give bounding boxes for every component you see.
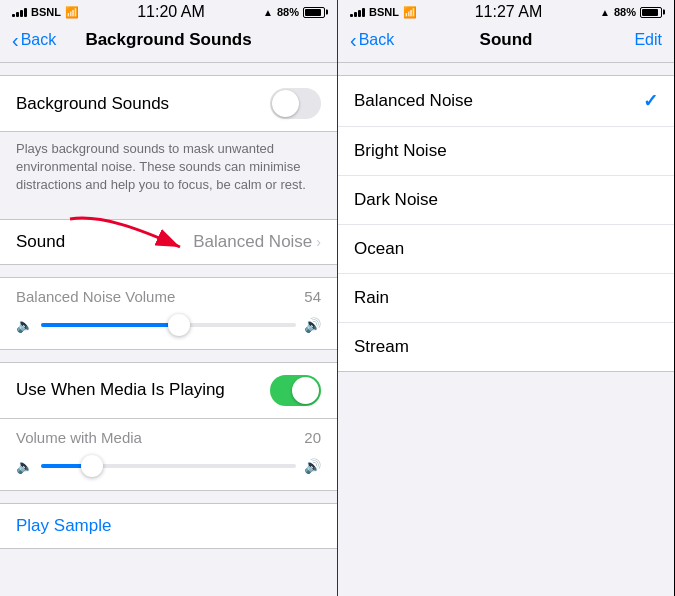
media-volume-thumb[interactable] bbox=[81, 455, 103, 477]
sound-value: Balanced Noise › bbox=[193, 232, 321, 252]
back-button-1[interactable]: ‹ Back bbox=[12, 29, 56, 52]
media-playing-section: Use When Media Is Playing bbox=[0, 362, 337, 419]
page-title-2: Sound bbox=[480, 30, 533, 50]
bg-sounds-section: Background Sounds bbox=[0, 75, 337, 132]
bg-sounds-toggle-thumb bbox=[272, 90, 299, 117]
edit-button[interactable]: Edit bbox=[634, 31, 662, 49]
signal-bar-4 bbox=[24, 8, 27, 17]
battery-icon-2 bbox=[640, 7, 662, 18]
sound-item-dark-noise[interactable]: Dark Noise bbox=[338, 176, 674, 225]
status-right-2: ▲ 88% bbox=[600, 6, 662, 18]
sound-list-section: Balanced Noise ✓ Bright Noise Dark Noise… bbox=[338, 75, 674, 372]
sound-item-ocean[interactable]: Ocean bbox=[338, 225, 674, 274]
battery-icon-1 bbox=[303, 7, 325, 18]
media-volume-section: Volume with Media 20 🔈 🔊 bbox=[0, 419, 337, 491]
status-right-1: ▲ 88% bbox=[263, 6, 325, 18]
status-left-1: BSNL 📶 bbox=[12, 6, 79, 19]
back-label-1: Back bbox=[21, 31, 57, 49]
time-1: 11:20 AM bbox=[137, 3, 205, 21]
nav-bar-2: ‹ Back Sound Edit bbox=[338, 22, 674, 62]
sound-item-stream[interactable]: Stream bbox=[338, 323, 674, 371]
sound-name-balanced: Balanced Noise bbox=[354, 91, 473, 111]
sound-name-ocean: Ocean bbox=[354, 239, 404, 259]
location-icon-1: ▲ bbox=[263, 7, 273, 18]
bg-sounds-toggle[interactable] bbox=[270, 88, 321, 119]
media-volume-slider-row: 🔈 🔊 bbox=[16, 454, 321, 478]
noise-volume-thumb[interactable] bbox=[168, 314, 190, 336]
time-2: 11:27 AM bbox=[475, 3, 543, 21]
media-volume-label: Volume with Media bbox=[16, 429, 142, 446]
description-text: Plays background sounds to mask unwanted… bbox=[0, 132, 337, 207]
signal-bar-3 bbox=[20, 10, 23, 17]
signal-bar-2-1 bbox=[350, 14, 353, 17]
location-icon-2: ▲ bbox=[600, 7, 610, 18]
bg-sounds-label: Background Sounds bbox=[16, 94, 169, 114]
back-chevron-1: ‹ bbox=[12, 29, 19, 52]
screen-sound-selection: BSNL 📶 11:27 AM ▲ 88% ‹ Back Sound Edit … bbox=[337, 0, 674, 596]
content-1: Background Sounds Plays background sound… bbox=[0, 63, 337, 596]
battery-fill-2 bbox=[642, 9, 658, 16]
battery-percent-2: 88% bbox=[614, 6, 636, 18]
signal-bar-1 bbox=[12, 14, 15, 17]
carrier-1: BSNL bbox=[31, 6, 61, 18]
sound-item-balanced-noise[interactable]: Balanced Noise ✓ bbox=[338, 76, 674, 127]
back-button-2[interactable]: ‹ Back bbox=[350, 29, 394, 52]
media-playing-label: Use When Media Is Playing bbox=[16, 380, 225, 400]
battery-percent-1: 88% bbox=[277, 6, 299, 18]
signal-bars-1 bbox=[12, 7, 27, 17]
status-bar-2: BSNL 📶 11:27 AM ▲ 88% bbox=[338, 0, 674, 22]
page-title-1: Background Sounds bbox=[85, 30, 251, 50]
signal-bar-2-4 bbox=[362, 8, 365, 17]
sound-current: Balanced Noise bbox=[193, 232, 312, 252]
noise-volume-slider[interactable] bbox=[41, 313, 296, 337]
noise-volume-section: Balanced Noise Volume 54 🔈 🔊 bbox=[0, 277, 337, 350]
volume-min-icon-2: 🔈 bbox=[16, 458, 33, 474]
carrier-2: BSNL bbox=[369, 6, 399, 18]
media-volume-slider[interactable] bbox=[41, 454, 296, 478]
sound-name-bright: Bright Noise bbox=[354, 141, 447, 161]
sound-name-dark: Dark Noise bbox=[354, 190, 438, 210]
battery-fill-1 bbox=[305, 9, 321, 16]
noise-volume-label-row: Balanced Noise Volume 54 bbox=[16, 288, 321, 305]
sound-name-stream: Stream bbox=[354, 337, 409, 357]
media-volume-label-row: Volume with Media 20 bbox=[16, 429, 321, 446]
media-playing-toggle-thumb bbox=[292, 377, 319, 404]
noise-volume-slider-row: 🔈 🔊 bbox=[16, 313, 321, 337]
wifi-icon-1: 📶 bbox=[65, 6, 79, 19]
media-volume-track bbox=[41, 464, 296, 468]
sound-section: Sound Balanced Noise › bbox=[0, 219, 337, 265]
sound-section-wrapper: Sound Balanced Noise › bbox=[0, 219, 337, 265]
signal-bar-2 bbox=[16, 12, 19, 17]
signal-bar-2-2 bbox=[354, 12, 357, 17]
sound-chevron: › bbox=[316, 234, 321, 250]
play-sample-button[interactable]: Play Sample bbox=[0, 504, 337, 548]
sound-row[interactable]: Sound Balanced Noise › bbox=[0, 220, 337, 264]
sound-item-rain[interactable]: Rain bbox=[338, 274, 674, 323]
volume-max-icon-1: 🔊 bbox=[304, 317, 321, 333]
back-label-2: Back bbox=[359, 31, 395, 49]
sound-label: Sound bbox=[16, 232, 65, 252]
sound-list: Balanced Noise ✓ Bright Noise Dark Noise… bbox=[338, 63, 674, 596]
nav-bar-1: ‹ Back Background Sounds bbox=[0, 22, 337, 62]
volume-min-icon-1: 🔈 bbox=[16, 317, 33, 333]
media-playing-row: Use When Media Is Playing bbox=[0, 363, 337, 418]
sound-name-rain: Rain bbox=[354, 288, 389, 308]
screen-background-sounds: BSNL 📶 11:20 AM ▲ 88% ‹ Back Background … bbox=[0, 0, 337, 596]
back-chevron-2: ‹ bbox=[350, 29, 357, 52]
signal-bar-2-3 bbox=[358, 10, 361, 17]
media-playing-toggle[interactable] bbox=[270, 375, 321, 406]
status-left-2: BSNL 📶 bbox=[350, 6, 417, 19]
media-volume-value: 20 bbox=[304, 429, 321, 446]
sound-item-bright-noise[interactable]: Bright Noise bbox=[338, 127, 674, 176]
noise-volume-value: 54 bbox=[304, 288, 321, 305]
play-sample-section: Play Sample bbox=[0, 503, 337, 549]
noise-volume-fill bbox=[41, 323, 179, 327]
noise-volume-label: Balanced Noise Volume bbox=[16, 288, 175, 305]
bg-sounds-toggle-row: Background Sounds bbox=[0, 76, 337, 131]
signal-bars-2 bbox=[350, 7, 365, 17]
volume-max-icon-2: 🔊 bbox=[304, 458, 321, 474]
check-mark-balanced: ✓ bbox=[643, 90, 658, 112]
status-bar-1: BSNL 📶 11:20 AM ▲ 88% bbox=[0, 0, 337, 22]
wifi-icon-2: 📶 bbox=[403, 6, 417, 19]
